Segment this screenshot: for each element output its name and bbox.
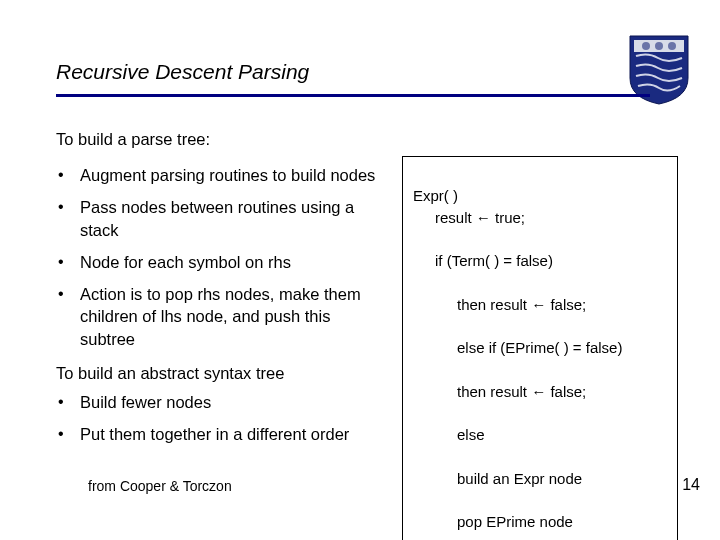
list-item: Action is to pop rhs nodes, make them ch… bbox=[56, 283, 376, 350]
list-item: Pass nodes between routines using a stac… bbox=[56, 196, 376, 241]
slide-title: Recursive Descent Parsing bbox=[56, 60, 309, 84]
svg-point-1 bbox=[642, 42, 650, 50]
list-item: Augment parsing routines to build nodes bbox=[56, 164, 376, 186]
code-line: else bbox=[413, 424, 667, 446]
code-line: else if (EPrime( ) = false) bbox=[413, 337, 667, 359]
code-line: if (Term( ) = false) bbox=[413, 250, 667, 272]
code-line: result ← true; bbox=[413, 207, 667, 229]
right-column: Expr( ) result ← true; if (Term( ) = fal… bbox=[402, 156, 678, 540]
section-b-label: To build an abstract syntax tree bbox=[56, 364, 376, 383]
intro-text: To build a parse tree: bbox=[56, 130, 210, 149]
list-item: Build fewer nodes bbox=[56, 391, 376, 413]
list-item: Put them together in a different order bbox=[56, 423, 376, 445]
bullets-secondary: Build fewer nodes Put them together in a… bbox=[56, 391, 376, 446]
page-number: 14 bbox=[682, 476, 700, 494]
code-line: Expr( ) bbox=[413, 187, 458, 204]
code-line: pop EPrime node bbox=[413, 511, 667, 533]
code-line: then result ← false; bbox=[413, 381, 667, 403]
pseudocode-box: Expr( ) result ← true; if (Term( ) = fal… bbox=[402, 156, 678, 540]
list-item: Node for each symbol on rhs bbox=[56, 251, 376, 273]
footer-attribution: from Cooper & Torczon bbox=[88, 478, 232, 494]
title-rule bbox=[56, 94, 650, 97]
code-line: build an Expr node bbox=[413, 468, 667, 490]
code-line: then result ← false; bbox=[413, 294, 667, 316]
bullets-primary: Augment parsing routines to build nodes … bbox=[56, 164, 376, 350]
svg-point-2 bbox=[655, 42, 663, 50]
svg-point-3 bbox=[668, 42, 676, 50]
